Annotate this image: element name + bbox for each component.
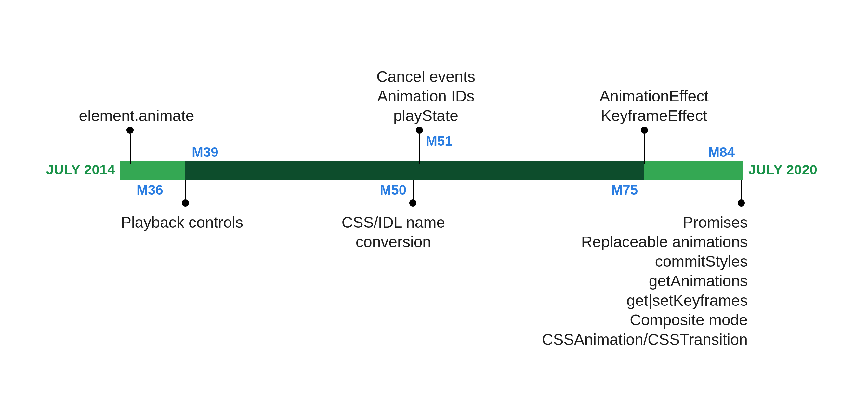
timeline-dark-segment bbox=[185, 161, 644, 180]
milestone-label: M51 bbox=[426, 134, 453, 149]
event-dot-icon bbox=[641, 126, 648, 134]
event-text: AnimationEffectKeyframeEffect bbox=[586, 87, 722, 125]
event-stem bbox=[644, 134, 645, 164]
event-stem bbox=[419, 134, 420, 164]
timeline-canvas: JULY 2014 JULY 2020 M36element.animateM3… bbox=[0, 0, 868, 406]
event-dot-icon bbox=[416, 126, 423, 134]
event-text: Playback controls bbox=[107, 213, 257, 232]
event-text: CSS/IDL nameconversion bbox=[325, 213, 462, 252]
event-text: PromisesReplaceable animationscommitStyl… bbox=[520, 213, 748, 349]
event-stem bbox=[130, 134, 131, 164]
end-date-label: JULY 2020 bbox=[748, 162, 817, 178]
event-dot-icon bbox=[738, 199, 745, 207]
event-text: Cancel eventsAnimation IDsplayState bbox=[361, 67, 491, 125]
event-dot-icon bbox=[182, 199, 189, 207]
start-date-label: JULY 2014 bbox=[46, 162, 115, 178]
milestone-label: M39 bbox=[192, 144, 218, 160]
event-dot-icon bbox=[409, 199, 416, 207]
event-dot-icon bbox=[126, 126, 134, 134]
milestone-label: M75 bbox=[605, 182, 638, 198]
milestone-label: M36 bbox=[136, 182, 163, 198]
milestone-label: M84 bbox=[702, 144, 735, 160]
event-text: element.animate bbox=[71, 106, 202, 125]
milestone-label: M50 bbox=[374, 182, 406, 198]
